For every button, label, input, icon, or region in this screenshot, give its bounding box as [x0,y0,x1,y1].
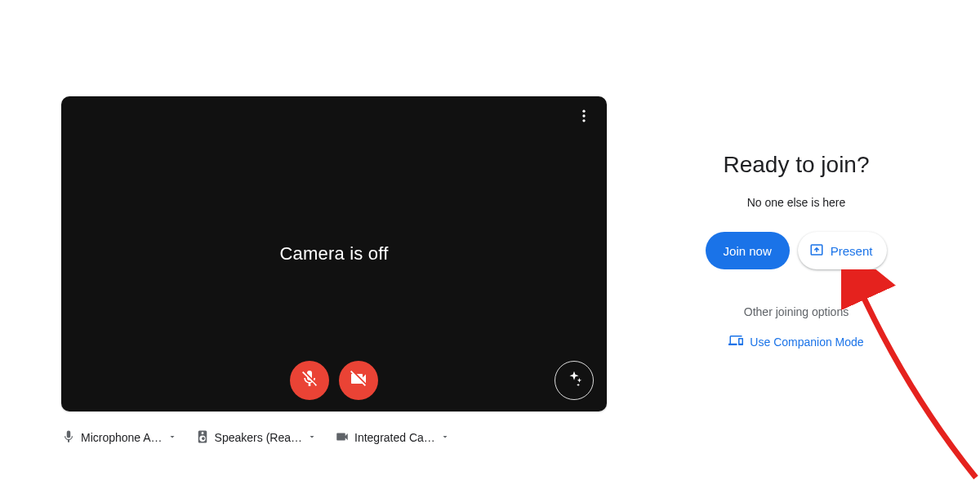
device-selector-row: Microphone A… Speakers (Rea… Integrated … [61,424,607,451]
svg-point-1 [582,114,585,117]
caret-down-icon [167,431,177,444]
speakers-selector[interactable]: Speakers (Rea… [195,424,317,451]
presence-text: No one else is here [678,196,915,209]
preview-controls [61,361,607,400]
more-vert-icon [576,108,592,127]
camera-selector[interactable]: Integrated Ca… [335,424,450,451]
visual-effects-button[interactable] [555,361,594,400]
microphone-label: Microphone A… [81,431,163,444]
join-now-button[interactable]: Join now [706,232,790,269]
mic-off-icon [300,369,319,392]
toggle-camera-button[interactable] [339,361,378,400]
companion-label: Use Companion Mode [750,336,863,349]
sparkle-icon [565,370,583,391]
preview-stage: Camera is off Microphone A… [61,96,607,451]
svg-point-2 [582,119,585,122]
join-buttons-row: Join now Present [678,232,915,269]
other-options-label: Other joining options [678,305,915,318]
speakers-label: Speakers (Rea… [215,431,302,444]
microphone-selector[interactable]: Microphone A… [61,424,177,451]
speaker-icon [195,429,210,447]
present-button[interactable]: Present [798,232,888,269]
join-now-label: Join now [724,244,772,258]
mic-icon [61,429,76,447]
caret-down-icon [440,431,450,444]
present-label: Present [831,244,873,258]
camera-label: Integrated Ca… [354,431,435,444]
videocam-icon [335,429,350,447]
caret-down-icon [307,431,317,444]
toggle-mic-button[interactable] [290,361,329,400]
camera-status-text: Camera is off [61,243,607,264]
join-panel: Ready to join? No one else is here Join … [678,152,915,351]
svg-point-0 [582,110,585,113]
video-preview: Camera is off [61,96,607,411]
present-icon [809,242,824,260]
videocam-off-icon [349,369,368,392]
companion-mode-button[interactable]: Use Companion Mode [728,333,863,350]
ready-title: Ready to join? [678,152,915,178]
devices-icon [728,333,743,350]
more-options-button[interactable] [568,101,600,134]
